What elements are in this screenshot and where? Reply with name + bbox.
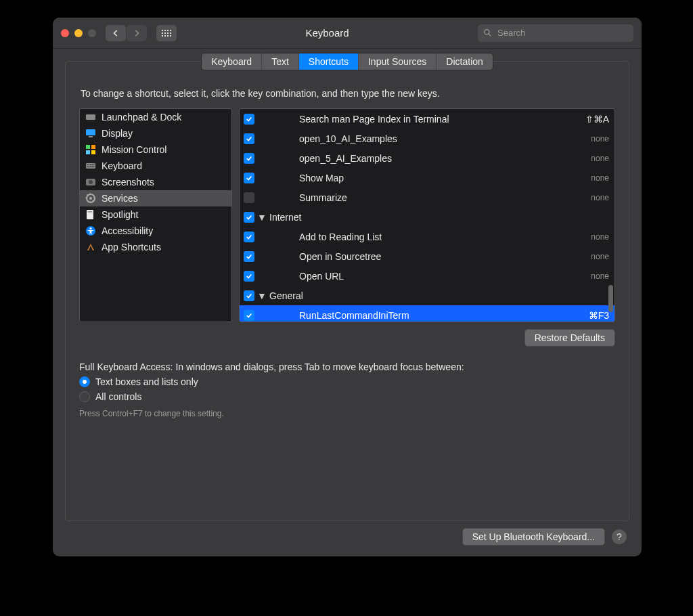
checkbox[interactable] (244, 133, 254, 144)
scrollbar-thumb[interactable] (608, 285, 613, 312)
instruction-text: To change a shortcut, select it, click t… (81, 88, 614, 99)
checkbox[interactable] (244, 251, 254, 262)
disclosure-triangle-icon[interactable]: ▼ (259, 212, 265, 223)
sidebar-item-accessibility[interactable]: Accessibility (80, 223, 231, 239)
tab-dictation[interactable]: Dictation (437, 53, 492, 70)
service-row[interactable]: RunLastCommandIniTerm⌘F3 (240, 305, 614, 322)
back-button[interactable] (106, 25, 126, 41)
checkbox[interactable] (244, 310, 254, 321)
sidebar-item-mission-control[interactable]: Mission Control (80, 141, 231, 158)
sidebar-item-label: Keyboard (102, 160, 142, 171)
search-input[interactable] (496, 27, 628, 39)
shortcut-value[interactable]: none (575, 173, 609, 183)
accessibility-icon (85, 225, 96, 236)
svg-rect-24 (93, 200, 94, 202)
service-row[interactable]: Summarizenone (240, 188, 614, 207)
svg-rect-4 (89, 136, 93, 137)
forward-button[interactable] (127, 25, 147, 41)
svg-rect-30 (93, 194, 94, 196)
checkbox[interactable] (244, 153, 254, 164)
radio-label: Text boxes and lists only (95, 376, 198, 387)
sidebar-item-display[interactable]: Display (80, 125, 231, 141)
bluetooth-keyboard-button[interactable]: Set Up Bluetooth Keyboard... (462, 528, 605, 546)
tab-text[interactable]: Text (262, 53, 299, 70)
tab-keyboard[interactable]: Keyboard (202, 53, 262, 70)
shortcut-value[interactable]: ⇧⌘A (575, 114, 609, 125)
svg-rect-15 (87, 167, 88, 168)
checkbox[interactable] (244, 173, 254, 183)
category-list[interactable]: Launchpad & DockDisplayMission ControlKe… (79, 108, 232, 322)
body: KeyboardTextShortcutsInput SourcesDictat… (53, 49, 642, 556)
service-row[interactable]: Add to Reading Listnone (240, 227, 614, 246)
shortcut-value[interactable]: none (575, 271, 609, 281)
checkbox[interactable] (244, 232, 254, 242)
checkbox[interactable] (244, 290, 254, 301)
sidebar-item-label: Display (102, 128, 133, 139)
sidebar-item-label: Services (102, 193, 138, 204)
service-label: Search man Page Index in Terminal (299, 114, 571, 125)
screenshots-icon (85, 177, 96, 188)
fka-option[interactable]: Text boxes and lists only (79, 376, 615, 387)
services-list[interactable]: Search man Page Index in Terminal⇧⌘Aopen… (239, 108, 615, 322)
service-row[interactable]: ▼Internet (240, 207, 614, 227)
footer: Set Up Bluetooth Keyboard... ? (65, 521, 629, 547)
sidebar-item-services[interactable]: Services (80, 190, 231, 206)
fka-hint: Press Control+F7 to change this setting. (79, 409, 615, 418)
service-row[interactable]: open_10_AI_Examplesnone (240, 129, 614, 148)
service-label: Open in Sourcetree (299, 251, 571, 262)
shortcut-value[interactable]: none (575, 134, 609, 144)
svg-point-0 (485, 30, 489, 35)
titlebar: Keyboard (53, 18, 642, 49)
service-label: Summarize (299, 192, 571, 203)
nav-buttons (106, 25, 147, 41)
fka-option[interactable]: All controls (79, 391, 615, 402)
sidebar-item-keyboard[interactable]: Keyboard (80, 158, 231, 174)
svg-line-1 (489, 34, 491, 36)
restore-defaults-button[interactable]: Restore Defaults (524, 329, 615, 347)
shortcut-value[interactable]: none (575, 232, 609, 242)
radio-label: All controls (95, 391, 141, 402)
mission-icon (85, 144, 96, 155)
help-button[interactable]: ? (612, 529, 627, 544)
service-row[interactable]: Show Mapnone (240, 168, 614, 188)
radio-button[interactable] (79, 376, 90, 387)
service-row[interactable]: Open in Sourcetreenone (240, 246, 614, 266)
svg-rect-28 (87, 194, 88, 196)
service-label: Show Map (299, 173, 571, 183)
show-all-button[interactable] (156, 25, 177, 41)
svg-rect-33 (88, 211, 93, 212)
service-row[interactable]: Search man Page Index in Terminal⇧⌘A (240, 109, 614, 129)
checkbox[interactable] (244, 212, 254, 223)
search-icon (483, 28, 492, 37)
sidebar-item-launchpad-dock[interactable]: Launchpad & Dock (80, 109, 231, 125)
shortcut-value[interactable]: none (575, 252, 609, 261)
checkbox[interactable] (244, 192, 254, 203)
checkbox[interactable] (244, 114, 254, 125)
svg-rect-13 (91, 164, 93, 166)
service-row[interactable]: ▼General (240, 286, 614, 305)
service-row[interactable]: Open URLnone (240, 266, 614, 286)
svg-rect-27 (85, 197, 87, 198)
disclosure-triangle-icon[interactable]: ▼ (259, 290, 265, 301)
tab-input-sources[interactable]: Input Sources (359, 53, 437, 70)
tab-shortcuts[interactable]: Shortcuts (299, 53, 359, 70)
radio-button[interactable] (79, 391, 90, 402)
shortcut-value[interactable]: none (575, 193, 609, 202)
svg-rect-25 (89, 201, 91, 202)
checkbox[interactable] (244, 271, 254, 282)
preferences-window: Keyboard KeyboardTextShortcutsInput Sour… (53, 18, 642, 556)
search-field[interactable] (478, 24, 633, 42)
service-row[interactable]: open_5_AI_Examplesnone (240, 148, 614, 168)
sidebar-item-app-shortcuts[interactable]: App Shortcuts (80, 239, 231, 255)
full-keyboard-access-text: Full Keyboard Access: In windows and dia… (79, 361, 615, 372)
sidebar-item-screenshots[interactable]: Screenshots (80, 174, 231, 190)
service-label: Open URL (299, 271, 571, 282)
zoom-icon[interactable] (88, 29, 96, 37)
shortcut-value[interactable]: none (575, 154, 609, 163)
launchpad-icon (85, 112, 96, 123)
close-icon[interactable] (61, 29, 69, 37)
sidebar-item-spotlight[interactable]: Spotlight (80, 206, 231, 223)
shortcut-value[interactable]: ⌘F3 (575, 310, 609, 321)
svg-rect-17 (90, 167, 91, 168)
minimize-icon[interactable] (74, 29, 83, 37)
